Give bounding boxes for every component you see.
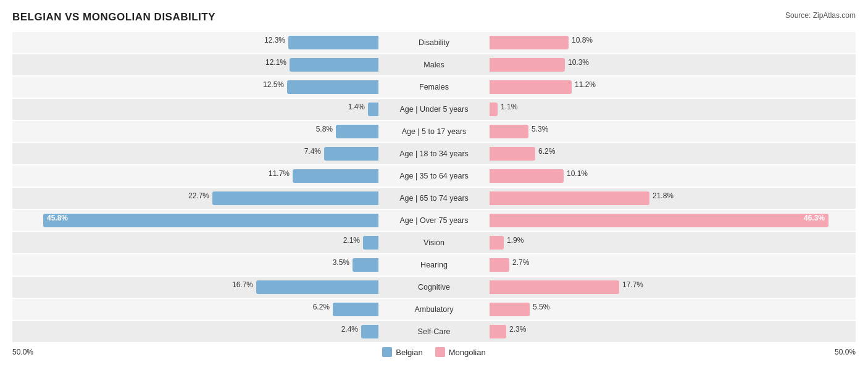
row-inner: 5.8% Age | 5 to 17 years 5.3%: [12, 121, 856, 142]
val-left: 11.7%: [269, 169, 293, 178]
bar-label: Cognitive: [378, 283, 490, 292]
row-inner: 12.1% Males 10.3%: [12, 54, 856, 75]
right-side: 10.3%: [490, 54, 856, 75]
val-left: 5.8%: [316, 125, 336, 133]
right-side: 10.1%: [490, 166, 856, 187]
right-side: 6.2%: [490, 143, 856, 164]
left-side: 6.2%: [12, 299, 378, 320]
val-right-inside: 46.3%: [804, 214, 825, 222]
bar-blue: 12.3%: [288, 36, 378, 49]
row-inner: 7.4% Age | 18 to 34 years 6.2%: [12, 143, 856, 164]
chart-title: BELGIAN VS MONGOLIAN DISABILITY: [12, 11, 215, 23]
row-inner: 11.7% Age | 35 to 64 years 10.1%: [12, 166, 856, 187]
row-inner: 22.7% Age | 65 to 74 years 21.8%: [12, 188, 856, 209]
bar-label: Hearing: [378, 261, 490, 269]
bar-pink: 1.9%: [490, 236, 504, 250]
bar-row: 6.2% Ambulatory 5.5%: [12, 299, 856, 320]
val-right: 17.7%: [619, 280, 643, 289]
bar-row: 2.4% Self-Care 2.3%: [12, 321, 856, 342]
val-left: 22.7%: [188, 191, 212, 200]
bar-row: 2.1% Vision 1.9%: [12, 232, 856, 253]
legend: BelgianMongolian: [382, 347, 485, 357]
row-inner: 2.1% Vision 1.9%: [12, 232, 856, 253]
bar-blue: 45.8%: [43, 214, 378, 227]
bar-row: 45.8% Age | Over 75 years 46.3%: [12, 210, 856, 231]
bar-row: 12.5% Females 11.2%: [12, 77, 856, 98]
bar-label: Age | 5 to 17 years: [378, 127, 490, 136]
bar-blue: 5.8%: [336, 125, 378, 138]
row-inner: 6.2% Ambulatory 5.5%: [12, 299, 856, 320]
bar-label: Ambulatory: [378, 305, 490, 314]
row-inner: 2.4% Self-Care 2.3%: [12, 321, 856, 342]
bar-label: Vision: [378, 238, 490, 247]
row-inner: 12.5% Females 11.2%: [12, 77, 856, 98]
left-side: 11.7%: [12, 166, 378, 187]
legend-item: Mongolian: [435, 347, 486, 357]
bar-blue: 1.4%: [368, 103, 378, 116]
bar-label: Males: [378, 61, 490, 69]
bar-pink: 21.8%: [490, 191, 649, 205]
left-side: 45.8%: [12, 210, 378, 231]
legend-color-box: [382, 347, 392, 357]
left-side: 22.7%: [12, 188, 378, 209]
left-side: 12.5%: [12, 77, 378, 98]
footer-left-scale: 50.0%: [12, 348, 33, 356]
left-side: 1.4%: [12, 99, 378, 120]
left-side: 7.4%: [12, 143, 378, 164]
val-right: 1.1%: [498, 103, 517, 111]
val-right: 10.8%: [569, 36, 593, 44]
chart-container: BELGIAN VS MONGOLIAN DISABILITY Source: …: [0, 0, 868, 376]
bar-label: Age | 18 to 34 years: [378, 149, 490, 158]
val-left: 16.7%: [232, 280, 256, 289]
right-side: 11.2%: [490, 77, 856, 98]
chart-source: Source: ZipAtlas.com: [785, 11, 856, 20]
bar-row: 5.8% Age | 5 to 17 years 5.3%: [12, 121, 856, 142]
val-left: 7.4%: [304, 147, 324, 156]
bar-row: 12.1% Males 10.3%: [12, 54, 856, 75]
val-left: 12.3%: [264, 36, 288, 44]
right-side: 1.9%: [490, 232, 856, 253]
val-left: 12.5%: [263, 80, 287, 89]
right-side: 2.3%: [490, 321, 856, 342]
val-right: 10.3%: [565, 58, 589, 67]
bar-label: Females: [378, 83, 490, 91]
left-side: 5.8%: [12, 121, 378, 142]
right-side: 5.5%: [490, 299, 856, 320]
bar-pink: 1.1%: [490, 103, 498, 116]
bar-pink: 10.3%: [490, 58, 565, 72]
row-inner: 45.8% Age | Over 75 years 46.3%: [12, 210, 856, 231]
right-side: 5.3%: [490, 121, 856, 142]
bar-row: 12.3% Disability 10.8%: [12, 32, 856, 53]
val-left: 1.4%: [348, 103, 368, 111]
bar-label: Age | 65 to 74 years: [378, 194, 490, 203]
row-inner: 1.4% Age | Under 5 years 1.1%: [12, 99, 856, 120]
bar-blue: 7.4%: [324, 147, 378, 161]
bars-area: 12.3% Disability 10.8% 12.1% Males 10.3%: [12, 32, 856, 342]
legend-label: Belgian: [396, 348, 422, 357]
val-right: 2.7%: [509, 258, 529, 267]
row-inner: 3.5% Hearing 2.7%: [12, 254, 856, 275]
chart-header: BELGIAN VS MONGOLIAN DISABILITY Source: …: [12, 11, 856, 23]
bar-label: Age | Under 5 years: [378, 105, 490, 114]
row-inner: 12.3% Disability 10.8%: [12, 32, 856, 53]
bar-blue: 3.5%: [353, 258, 378, 272]
legend-item: Belgian: [382, 347, 422, 357]
val-right: 2.3%: [506, 325, 526, 334]
legend-label: Mongolian: [449, 348, 486, 357]
bar-blue: 6.2%: [333, 303, 378, 316]
bar-blue: 12.5%: [287, 80, 378, 94]
bar-pink: 17.7%: [490, 280, 619, 294]
right-side: 21.8%: [490, 188, 856, 209]
bar-pink: 46.3%: [490, 214, 828, 227]
bar-blue: 2.4%: [361, 325, 378, 338]
bar-blue: 22.7%: [212, 191, 378, 205]
footer-right-scale: 50.0%: [835, 348, 856, 356]
val-left: 12.1%: [265, 58, 290, 67]
bar-row: 11.7% Age | 35 to 64 years 10.1%: [12, 166, 856, 187]
bar-blue: 16.7%: [256, 280, 378, 294]
val-right: 10.1%: [564, 169, 588, 178]
bar-blue: 2.1%: [363, 236, 378, 250]
bar-blue: 11.7%: [293, 169, 378, 183]
bar-pink: 11.2%: [490, 80, 572, 94]
bar-pink: 10.1%: [490, 169, 564, 183]
